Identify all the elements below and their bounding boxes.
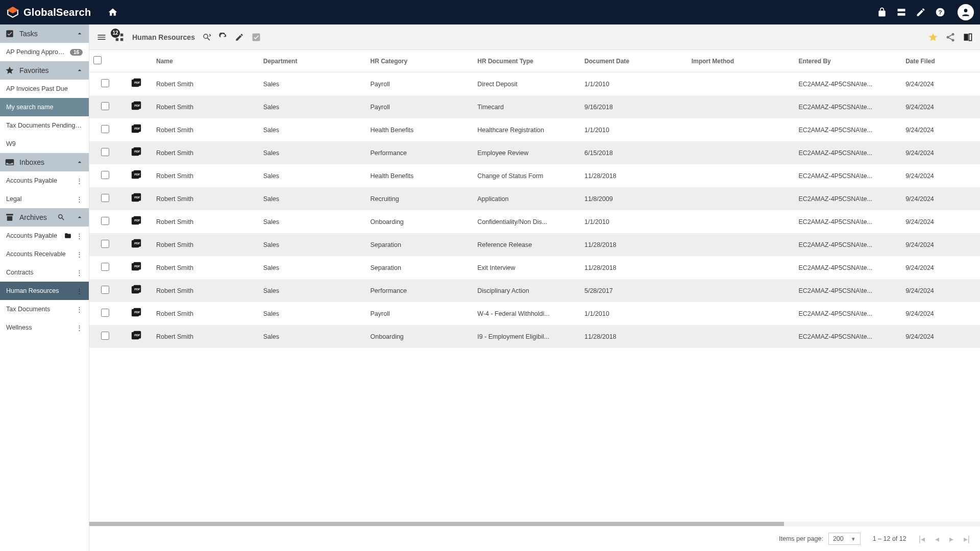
- sidebar-item-archive-ap[interactable]: Accounts Payable⋮: [0, 227, 89, 245]
- sidebar-item-archive-tax[interactable]: Tax Documents⋮: [0, 300, 89, 318]
- cell-date-filed: 9/24/2024: [901, 72, 980, 96]
- sidebar-item-label: My search name: [6, 104, 83, 111]
- table-row[interactable]: PDFRobert SmithSalesSeparationExit Inter…: [89, 256, 980, 279]
- refresh-icon[interactable]: [218, 33, 228, 42]
- first-page-icon[interactable]: |◂: [919, 534, 925, 544]
- col-date-filed[interactable]: Date Filed: [901, 50, 980, 72]
- row-checkbox[interactable]: [101, 79, 109, 87]
- table-row[interactable]: PDFRobert SmithSalesHealth BenefitsChang…: [89, 164, 980, 187]
- cell-import-method: [688, 118, 795, 141]
- pdf-icon[interactable]: PDF: [131, 192, 142, 204]
- row-checkbox[interactable]: [101, 171, 109, 179]
- sidebar-item-archive-hr[interactable]: Human Resources⋮: [0, 282, 89, 300]
- cell-name: Robert Smith: [152, 210, 259, 233]
- cell-date-filed: 9/24/2024: [901, 233, 980, 256]
- last-page-icon[interactable]: ▸|: [964, 534, 970, 544]
- col-document-date[interactable]: Document Date: [580, 50, 688, 72]
- kebab-icon[interactable]: ⋮: [76, 177, 83, 185]
- kebab-icon[interactable]: ⋮: [76, 287, 83, 295]
- row-checkbox[interactable]: [101, 194, 109, 202]
- sidebar-item-inbox-ap[interactable]: Accounts Payable⋮: [0, 171, 89, 190]
- favorite-star-icon[interactable]: [928, 32, 938, 42]
- horizontal-scrollbar[interactable]: [89, 521, 980, 527]
- pdf-icon[interactable]: PDF: [131, 215, 142, 227]
- pdf-icon[interactable]: PDF: [131, 307, 142, 318]
- sidebar-item-w9[interactable]: W9: [0, 135, 89, 153]
- help-icon[interactable]: ?: [935, 7, 945, 17]
- cell-name: Robert Smith: [152, 164, 259, 187]
- lock-icon[interactable]: [877, 7, 887, 17]
- pdf-icon[interactable]: PDF: [131, 238, 142, 249]
- next-page-icon[interactable]: ▸: [949, 534, 953, 544]
- sidebar-item-ap-invoices-past-due[interactable]: AP Invoices Past Due: [0, 80, 89, 98]
- cell-document-date: 5/28/2017: [580, 279, 688, 302]
- col-entered-by[interactable]: Entered By: [794, 50, 901, 72]
- table-row[interactable]: PDFRobert SmithSalesOnboardingConfidenti…: [89, 210, 980, 233]
- checklist-icon[interactable]: [251, 32, 261, 42]
- row-checkbox[interactable]: [101, 309, 109, 317]
- pdf-icon[interactable]: PDF: [131, 78, 142, 89]
- kebab-icon[interactable]: ⋮: [76, 251, 83, 258]
- table-row[interactable]: PDFRobert SmithSalesPayrollTimecard9/16/…: [89, 95, 980, 118]
- sidebar-item-ap-pending[interactable]: AP Pending Approval 16: [0, 43, 89, 61]
- kebab-icon[interactable]: ⋮: [76, 324, 83, 332]
- row-checkbox[interactable]: [101, 125, 109, 133]
- menu-icon[interactable]: [96, 32, 107, 42]
- sidebar-item-archive-wellness[interactable]: Wellness⋮: [0, 318, 89, 337]
- col-import-method[interactable]: Import Method: [688, 50, 795, 72]
- pdf-icon[interactable]: PDF: [131, 101, 142, 112]
- pdf-icon[interactable]: PDF: [131, 123, 142, 135]
- compose-icon[interactable]: [916, 7, 926, 17]
- table-row[interactable]: PDFRobert SmithSalesPerformanceEmployee …: [89, 141, 980, 164]
- col-name[interactable]: Name: [152, 50, 259, 72]
- kebab-icon[interactable]: ⋮: [76, 269, 83, 277]
- sidebar-section-archives[interactable]: Archives: [0, 208, 89, 227]
- edit-icon[interactable]: [235, 33, 244, 42]
- share-icon[interactable]: [945, 32, 955, 42]
- sidebar-section-inboxes[interactable]: Inboxes: [0, 153, 89, 171]
- table-row[interactable]: PDFRobert SmithSalesOnboardingI9 - Emplo…: [89, 325, 980, 348]
- user-avatar-icon[interactable]: [958, 4, 974, 20]
- results-icon[interactable]: 12: [114, 32, 125, 43]
- sidebar-item-inbox-legal[interactable]: Legal⋮: [0, 190, 89, 208]
- sidebar-item-my-search-name[interactable]: My search name: [0, 98, 89, 116]
- sidebar-section-tasks[interactable]: Tasks: [0, 24, 89, 43]
- row-checkbox[interactable]: [101, 148, 109, 156]
- pdf-icon[interactable]: PDF: [131, 169, 142, 181]
- row-checkbox[interactable]: [101, 332, 109, 340]
- sidebar-item-tax-docs-pending[interactable]: Tax Documents Pending Inde...: [0, 116, 89, 135]
- col-hr-doc-type[interactable]: HR Document Type: [473, 50, 580, 72]
- kebab-icon[interactable]: ⋮: [76, 306, 83, 313]
- pdf-icon[interactable]: PDF: [131, 146, 142, 158]
- server-icon[interactable]: [896, 7, 906, 17]
- table-row[interactable]: PDFRobert SmithSalesPayrollW-4 - Federal…: [89, 302, 980, 325]
- row-checkbox[interactable]: [101, 263, 109, 271]
- pdf-icon[interactable]: PDF: [131, 284, 142, 295]
- col-hr-category[interactable]: HR Category: [366, 50, 474, 72]
- pdf-icon[interactable]: PDF: [131, 330, 142, 341]
- select-all-checkbox[interactable]: [93, 56, 102, 64]
- table-row[interactable]: PDFRobert SmithSalesSeparationReference …: [89, 233, 980, 256]
- page-size-select[interactable]: 200 ▼: [828, 533, 861, 545]
- sidebar-section-favorites[interactable]: Favorites: [0, 61, 89, 80]
- sidebar-item-archive-contracts[interactable]: Contracts⋮: [0, 263, 89, 282]
- pdf-icon[interactable]: PDF: [131, 261, 142, 272]
- cell-entered-by: EC2AMAZ-4P5CSNA\te...: [794, 325, 901, 348]
- kebab-icon[interactable]: ⋮: [76, 232, 83, 240]
- row-checkbox[interactable]: [101, 286, 109, 294]
- kebab-icon[interactable]: ⋮: [76, 195, 83, 203]
- sidebar-item-archive-ar[interactable]: Accounts Receivable⋮: [0, 245, 89, 263]
- row-checkbox[interactable]: [101, 102, 109, 110]
- table-row[interactable]: PDFRobert SmithSalesRecruitingApplicatio…: [89, 187, 980, 210]
- home-icon[interactable]: [108, 7, 118, 17]
- table-row[interactable]: PDFRobert SmithSalesPayrollDirect Deposi…: [89, 72, 980, 96]
- prev-page-icon[interactable]: ◂: [935, 534, 939, 544]
- advanced-search-icon[interactable]: [202, 33, 211, 42]
- search-icon[interactable]: [57, 213, 65, 221]
- col-department[interactable]: Department: [259, 50, 366, 72]
- row-checkbox[interactable]: [101, 240, 109, 248]
- table-row[interactable]: PDFRobert SmithSalesHealth BenefitsHealt…: [89, 118, 980, 141]
- row-checkbox[interactable]: [101, 217, 109, 225]
- table-row[interactable]: PDFRobert SmithSalesPerformanceDisciplin…: [89, 279, 980, 302]
- panel-toggle-icon[interactable]: [963, 32, 973, 42]
